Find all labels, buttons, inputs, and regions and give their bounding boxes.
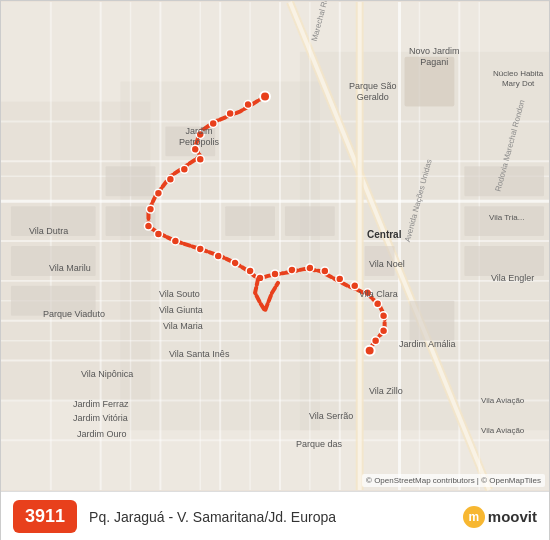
svg-point-62 <box>171 237 179 245</box>
map-background <box>1 1 549 491</box>
svg-rect-38 <box>106 166 156 196</box>
svg-point-63 <box>196 245 204 253</box>
svg-rect-36 <box>11 246 96 276</box>
svg-point-50 <box>244 101 252 109</box>
map-area: Marechal Rondon Novo JardimPagani Núcleo… <box>1 1 549 491</box>
svg-point-77 <box>380 327 388 335</box>
moovit-logo: m moovit <box>463 506 537 528</box>
svg-point-74 <box>364 289 372 297</box>
route-name: Pq. Jaraguá - V. Samaritana/Jd. Europa <box>89 509 451 525</box>
svg-rect-47 <box>464 246 544 276</box>
svg-point-70 <box>306 264 314 272</box>
svg-point-53 <box>196 130 204 138</box>
svg-point-76 <box>380 312 388 320</box>
map-attribution: © OpenStreetMap contributors | © OpenMap… <box>362 474 545 487</box>
moovit-logo-icon: m <box>463 506 485 528</box>
svg-rect-45 <box>410 301 455 341</box>
svg-point-72 <box>336 275 344 283</box>
svg-rect-41 <box>225 206 275 236</box>
svg-rect-37 <box>11 286 96 316</box>
svg-point-61 <box>154 230 162 238</box>
svg-rect-46 <box>464 206 544 236</box>
svg-point-66 <box>246 267 254 275</box>
moovit-logo-text: moovit <box>488 508 537 525</box>
svg-point-58 <box>154 189 162 197</box>
svg-point-55 <box>196 155 204 163</box>
svg-point-71 <box>321 267 329 275</box>
footer-bar: 3911 Pq. Jaraguá - V. Samaritana/Jd. Eur… <box>1 491 549 540</box>
svg-point-60 <box>144 222 152 230</box>
map-container: Marechal Rondon Novo JardimPagani Núcleo… <box>0 0 550 540</box>
svg-point-78 <box>372 337 380 345</box>
svg-point-56 <box>180 165 188 173</box>
svg-point-49 <box>260 92 270 102</box>
svg-point-79 <box>365 346 375 356</box>
svg-point-65 <box>231 259 239 267</box>
svg-rect-44 <box>405 57 455 107</box>
svg-rect-35 <box>11 206 96 236</box>
svg-point-73 <box>351 282 359 290</box>
svg-point-54 <box>191 145 199 153</box>
svg-point-59 <box>146 205 154 213</box>
svg-rect-43 <box>365 246 395 276</box>
svg-point-75 <box>374 300 382 308</box>
svg-point-52 <box>209 119 217 127</box>
svg-point-51 <box>226 109 234 117</box>
route-badge: 3911 <box>13 500 77 533</box>
svg-rect-48 <box>464 166 544 196</box>
svg-point-57 <box>166 175 174 183</box>
svg-point-69 <box>288 266 296 274</box>
svg-point-68 <box>271 270 279 278</box>
svg-point-64 <box>214 252 222 260</box>
svg-rect-40 <box>165 126 215 156</box>
svg-rect-42 <box>285 206 335 236</box>
